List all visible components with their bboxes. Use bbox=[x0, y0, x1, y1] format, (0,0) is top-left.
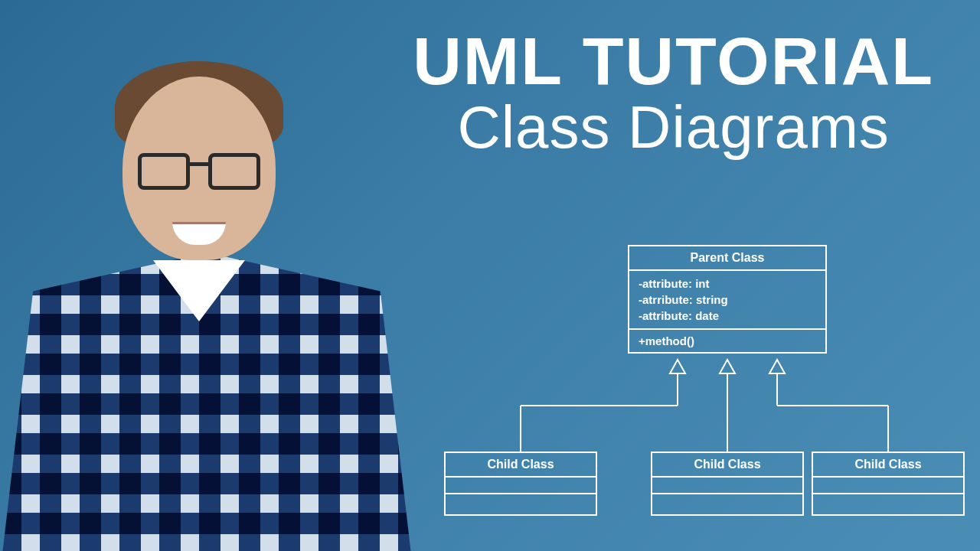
child-class-methods bbox=[652, 494, 802, 514]
method-row: +method() bbox=[639, 334, 816, 347]
child-class-attributes bbox=[813, 478, 963, 494]
presenter-photo bbox=[0, 31, 413, 551]
parent-class-methods: +method() bbox=[629, 330, 825, 352]
child-class-box: Child Class bbox=[812, 452, 965, 516]
child-class-methods bbox=[446, 494, 596, 514]
child-class-attributes bbox=[652, 478, 802, 494]
inheritance-arrowhead-icon bbox=[769, 360, 785, 373]
child-class-name: Child Class bbox=[652, 453, 802, 478]
attribute-row: -attribute: int bbox=[639, 276, 816, 292]
parent-class-box: Parent Class -attribute: int -atrribute:… bbox=[628, 245, 827, 354]
inheritance-arrowhead-icon bbox=[670, 360, 685, 373]
child-class-name: Child Class bbox=[813, 453, 963, 478]
parent-class-name: Parent Class bbox=[629, 246, 825, 271]
child-class-attributes bbox=[446, 478, 596, 494]
uml-class-diagram: Parent Class -attribute: int -atrribute:… bbox=[413, 245, 965, 543]
child-class-methods bbox=[813, 494, 963, 514]
attribute-row: -attribute: date bbox=[639, 308, 816, 324]
title-line-1: UML TUTORIAL bbox=[413, 28, 934, 95]
child-class-box: Child Class bbox=[651, 452, 804, 516]
child-class-box: Child Class bbox=[444, 452, 597, 516]
attribute-row: -atrribute: string bbox=[639, 292, 816, 308]
title-block: UML TUTORIAL Class Diagrams bbox=[413, 28, 934, 161]
parent-class-attributes: -attribute: int -atrribute: string -attr… bbox=[629, 271, 825, 330]
title-line-2: Class Diagrams bbox=[413, 95, 934, 161]
inheritance-arrowhead-icon bbox=[720, 360, 735, 373]
child-class-name: Child Class bbox=[446, 453, 596, 478]
